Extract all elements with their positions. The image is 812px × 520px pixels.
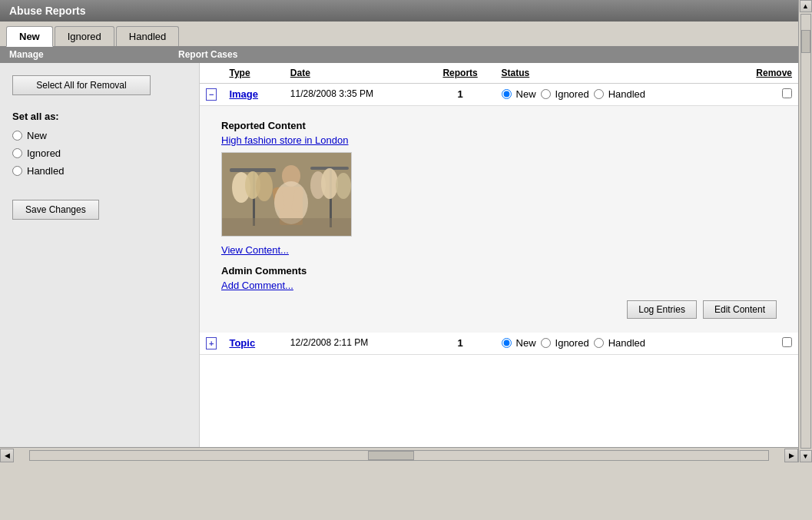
status-ignored-radio-1[interactable] [541, 89, 551, 99]
vertical-scrollbar: ▲ ▼ [798, 0, 812, 462]
report-table: Type Date Reports Status [200, 63, 798, 355]
set-all-new-radio[interactable] [12, 131, 22, 141]
col-status-header: Status [495, 63, 727, 84]
vscrollbar-thumb[interactable] [801, 30, 810, 53]
toolbar-manage-label: Manage [9, 49, 178, 60]
set-all-ignored-option[interactable]: Ignored [12, 147, 187, 159]
status-cell-2: New Ignored Handled [495, 333, 727, 355]
scroll-left-button[interactable]: ◀ [0, 449, 14, 462]
expand-cell-1[interactable]: − [200, 84, 223, 106]
status-new-label-1: New [516, 88, 536, 100]
table-row: − Image 11/28/2008 3:35 PM 1 [200, 84, 798, 106]
status-handled-radio-1[interactable] [594, 89, 604, 99]
type-cell-1: Image [223, 84, 283, 106]
set-all-ignored-label: Ignored [27, 147, 61, 159]
reports-count-cell-1: 1 [426, 84, 495, 106]
status-handled-label-2: Handled [608, 337, 645, 349]
content-title-link[interactable]: High fashion store in London [221, 134, 777, 146]
select-all-removal-button[interactable]: Select All for Removal [12, 75, 151, 95]
left-panel: Select All for Removal Set all as: New I… [0, 63, 200, 447]
svg-point-15 [321, 168, 338, 199]
table-row: + Topic 12/2/2008 2:11 PM 1 [200, 333, 798, 355]
svg-point-6 [256, 172, 273, 201]
action-buttons: Log Entries Edit Content [221, 300, 777, 319]
status-new-radio-1[interactable] [502, 89, 512, 99]
save-changes-button[interactable]: Save Changes [12, 200, 99, 220]
set-all-handled-radio[interactable] [12, 166, 22, 176]
scrollbar-thumb[interactable] [368, 451, 414, 460]
col-remove-header: Remove [727, 63, 798, 84]
type-cell-2: Topic [223, 333, 283, 355]
remove-checkbox-1[interactable] [782, 88, 792, 98]
date-cell-2: 12/2/2008 2:11 PM [284, 333, 426, 355]
toolbar-report-cases-label: Report Cases [178, 49, 789, 60]
svg-rect-17 [222, 218, 352, 237]
type-link-topic[interactable]: Topic [229, 337, 255, 349]
set-all-new-label: New [27, 130, 47, 141]
main-content: Select All for Removal Set all as: New I… [0, 63, 798, 447]
expand-cell-2[interactable]: + [200, 333, 223, 355]
svg-point-16 [336, 173, 351, 199]
col-expand [200, 63, 223, 84]
set-all-ignored-radio[interactable] [12, 148, 22, 158]
status-new-label-2: New [516, 337, 536, 349]
date-cell-1: 11/28/2008 3:35 PM [284, 84, 426, 106]
admin-comments-label: Admin Comments [221, 265, 777, 277]
status-cell-1: New Ignored Handled [495, 84, 727, 106]
set-all-new-option[interactable]: New [12, 130, 187, 141]
expanded-row-1: Reported Content High fashion store in L… [200, 106, 798, 333]
tab-new[interactable]: New [6, 26, 53, 47]
svg-point-11 [274, 181, 308, 224]
scroll-right-button[interactable]: ▶ [784, 449, 798, 462]
right-panel: Type Date Reports Status [200, 63, 798, 447]
view-content-link[interactable]: View Content... [221, 244, 777, 256]
set-all-handled-label: Handled [27, 165, 64, 177]
remove-cell-1 [727, 84, 798, 106]
add-comment-link[interactable]: Add Comment... [221, 280, 777, 291]
page-title: Abuse Reports [0, 0, 798, 22]
tab-ignored[interactable]: Ignored [55, 26, 114, 46]
status-handled-label-1: Handled [608, 88, 645, 100]
tab-handled[interactable]: Handled [116, 26, 179, 46]
scrollbar-track[interactable] [29, 450, 769, 461]
scroll-down-button[interactable]: ▼ [800, 450, 812, 462]
remove-cell-2 [727, 333, 798, 355]
collapse-icon-1[interactable]: − [206, 88, 217, 101]
status-ignored-label-2: Ignored [555, 337, 589, 349]
status-ignored-label-1: Ignored [555, 88, 589, 100]
table-header-row: Type Date Reports Status [200, 63, 798, 84]
set-all-radio-group: New Ignored Handled [12, 130, 187, 177]
col-type-header: Type [223, 63, 283, 84]
content-image [221, 152, 352, 237]
horizontal-scrollbar: ◀ ▶ [0, 447, 798, 462]
log-entries-button[interactable]: Log Entries [627, 300, 697, 319]
reported-content-label: Reported Content [221, 120, 777, 131]
status-handled-radio-2[interactable] [594, 338, 604, 348]
toolbar: Manage Report Cases [0, 46, 798, 63]
type-link-image[interactable]: Image [229, 88, 258, 100]
vscrollbar-track[interactable] [800, 14, 811, 449]
status-ignored-radio-2[interactable] [541, 338, 551, 348]
reports-count-cell-2: 1 [426, 333, 495, 355]
col-reports-header: Reports [426, 63, 495, 84]
col-date-header: Date [284, 63, 426, 84]
status-new-radio-2[interactable] [502, 338, 512, 348]
edit-content-button[interactable]: Edit Content [703, 300, 777, 319]
tabs-bar: New Ignored Handled [0, 22, 798, 46]
remove-checkbox-2[interactable] [782, 337, 792, 347]
expand-icon-2[interactable]: + [206, 337, 217, 349]
scroll-up-button[interactable]: ▲ [800, 0, 812, 12]
set-all-label: Set all as: [12, 111, 187, 122]
expanded-content-1: Reported Content High fashion store in L… [200, 106, 798, 333]
set-all-handled-option[interactable]: Handled [12, 165, 187, 177]
